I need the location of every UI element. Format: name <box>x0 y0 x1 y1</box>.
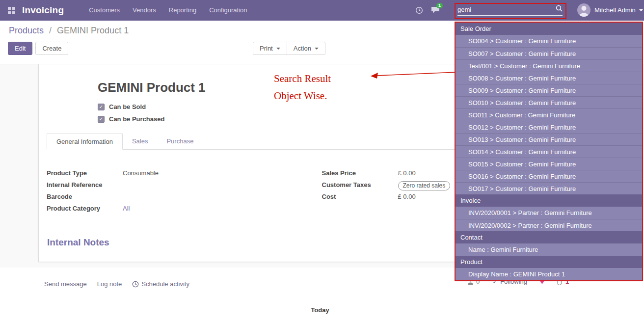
search-result-item[interactable]: SO016 > Customer : Gemini Furniture <box>456 170 642 182</box>
checkbox-checked-icon[interactable]: ✓ <box>98 116 105 123</box>
nav-menu-configuration[interactable]: Configuration <box>203 0 253 21</box>
annotation-line-2: Object Wise. <box>274 90 327 102</box>
edit-button[interactable]: Edit <box>8 42 32 55</box>
field-label: Internal Reference <box>47 181 123 188</box>
search-result-item[interactable]: SO015 > Customer : Gemini Furniture <box>456 158 642 170</box>
field-barcode: Barcode <box>47 193 322 202</box>
field-product-category: Product Category All <box>47 205 322 214</box>
tax-tag: Zero rated sales <box>398 181 451 190</box>
nav-menu-customers[interactable]: Customers <box>82 0 126 21</box>
field-value: £ 0.00 <box>398 169 416 177</box>
result-group-header-contact: Contact <box>456 231 642 243</box>
search-result-item[interactable]: SO009 > Customer : Gemini Furniture <box>456 84 642 96</box>
field-internal-reference: Internal Reference <box>47 181 322 190</box>
search-icon[interactable] <box>556 5 563 14</box>
tab-sales[interactable]: Sales <box>123 134 158 149</box>
log-note-button[interactable]: Log note <box>97 280 122 288</box>
chevron-down-icon <box>276 48 280 50</box>
user-menu[interactable]: Mitchell Admin <box>577 3 643 17</box>
chevron-down-icon <box>315 48 319 50</box>
search-result-item[interactable]: SO007 > Customer : Gemini Furniture <box>456 47 642 59</box>
today-divider: Today <box>39 306 601 314</box>
apps-menu-icon[interactable] <box>8 7 15 14</box>
create-button[interactable]: Create <box>35 42 68 55</box>
product-category-link[interactable]: All <box>123 205 130 212</box>
search-result-item[interactable]: Name : Gemini Furniture <box>456 243 642 256</box>
fields-left-column: Product Type Consumable Internal Referen… <box>47 169 322 216</box>
field-value: Consumable <box>123 169 159 177</box>
tab-general-information[interactable]: General Information <box>47 134 123 150</box>
search-result-item[interactable]: Display Name : GEMINI Product 1 <box>456 268 642 280</box>
search-result-item[interactable]: SO008 > Customer : Gemini Furniture <box>456 72 642 84</box>
search-result-item[interactable]: SO013 > Customer : Gemini Furniture <box>456 133 642 145</box>
result-group-header-product: Product <box>456 256 642 268</box>
annotation-arrow <box>368 68 458 81</box>
field-label: Barcode <box>47 193 123 200</box>
today-label: Today <box>311 306 329 314</box>
breadcrumb-products-link[interactable]: Products <box>9 26 44 35</box>
messages-count-badge: 1 <box>436 3 443 8</box>
search-result-item[interactable]: SO012 > Customer : Gemini Furniture <box>456 121 642 133</box>
messages-icon[interactable]: 1 <box>431 6 440 16</box>
activities-clock-icon[interactable] <box>415 6 423 16</box>
search-result-item[interactable]: INV/2020/0002 > Partner : Gemini Furnitu… <box>456 219 642 231</box>
clock-icon <box>132 281 139 288</box>
send-message-button[interactable]: Send message <box>44 280 87 288</box>
chevron-down-icon <box>639 9 643 11</box>
breadcrumb-current: GEMINI Product 1 <box>57 26 129 35</box>
field-value: £ 0.00 <box>398 193 416 200</box>
search-result-item[interactable]: SO010 > Customer : Gemini Furniture <box>456 96 642 108</box>
app-name[interactable]: Invoicing <box>22 5 64 16</box>
tab-purchase[interactable]: Purchase <box>157 134 203 149</box>
field-label: Product Category <box>47 205 123 212</box>
can-be-purchased-row[interactable]: ✓ Can be Purchased <box>98 115 164 123</box>
field-product-type: Product Type Consumable <box>47 169 322 179</box>
search-result-item[interactable]: SO004 > Customer : Gemini Furniture <box>456 35 642 47</box>
search-result-item[interactable]: SO011 > Customer : Gemini Furniture <box>456 108 642 121</box>
action-dropdown-button[interactable]: Action <box>287 42 325 55</box>
global-search <box>457 5 563 16</box>
global-search-input[interactable] <box>457 6 556 13</box>
checkbox-checked-icon[interactable]: ✓ <box>98 104 105 110</box>
schedule-activity-button[interactable]: Schedule activity <box>132 280 189 288</box>
search-results-dropdown: Sale Order SO004 > Customer : Gemini Fur… <box>455 22 643 281</box>
search-result-item[interactable]: INV/2020/0001 > Partner : Gemini Furnitu… <box>456 207 642 219</box>
user-name: Mitchell Admin <box>594 6 636 14</box>
field-label: Product Type <box>47 169 123 177</box>
field-label: Cost <box>322 193 398 200</box>
print-dropdown-button[interactable]: Print <box>253 42 287 55</box>
breadcrumb-separator: / <box>49 26 52 35</box>
top-navbar: Invoicing Customers Vendors Reporting Co… <box>0 0 644 21</box>
result-group-header-sale-order: Sale Order <box>456 23 642 35</box>
can-be-purchased-label: Can be Purchased <box>109 115 164 123</box>
divider-line <box>39 310 303 310</box>
search-result-item[interactable]: Test/001 > Customer : Gemini Furniture <box>456 59 642 72</box>
nav-menu-reporting[interactable]: Reporting <box>162 0 203 21</box>
print-action-group: Print Action <box>253 42 325 55</box>
avatar <box>577 3 590 17</box>
nav-menu-vendors[interactable]: Vendors <box>126 0 162 21</box>
field-label: Sales Price <box>322 169 398 177</box>
result-group-header-invoice: Invoice <box>456 194 642 207</box>
divider-line <box>337 310 601 310</box>
search-result-item[interactable]: SO014 > Customer : Gemini Furniture <box>456 145 642 158</box>
field-label: Customer Taxes <box>322 181 398 188</box>
can-be-sold-row[interactable]: ✓ Can be Sold <box>98 103 146 110</box>
can-be-sold-label: Can be Sold <box>109 103 146 110</box>
annotation-line-1: Search Result <box>274 73 331 85</box>
search-result-item[interactable]: SO017 > Customer : Gemini Furniture <box>456 182 642 194</box>
